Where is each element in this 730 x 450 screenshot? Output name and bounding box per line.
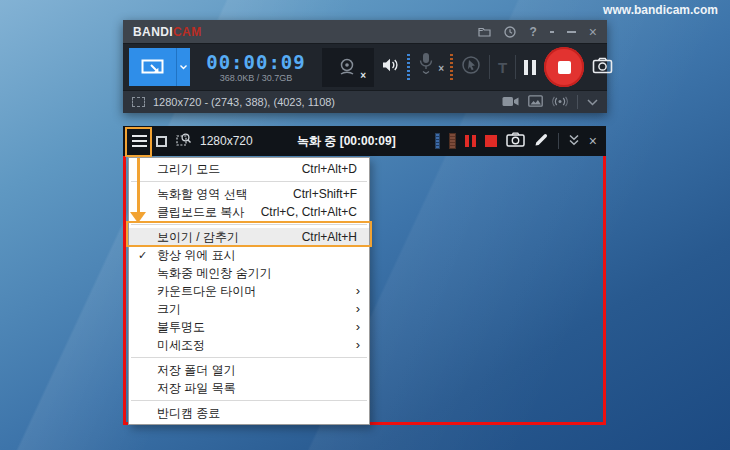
menu-separator (131, 357, 367, 358)
mic-off-mark: × (438, 64, 444, 74)
context-menu: 그리기 모드 Ctrl+Alt+D 녹화할 영역 선택 Ctrl+Shift+F… (128, 157, 370, 425)
recording-target-button[interactable] (129, 48, 190, 86)
speaker-meter-mini (435, 133, 440, 149)
text-overlay-tool[interactable]: T (498, 59, 507, 76)
recording-timer-block: 00:00:09 368.0KB / 30.7GB (198, 52, 314, 83)
select-area-zoom-icon[interactable] (176, 132, 191, 151)
capture-resolution: 1280x720 (200, 134, 253, 148)
logo-text-bandi: BANDI (133, 25, 173, 39)
stop-square-icon (558, 61, 571, 74)
file-size-disk-space: 368.0KB / 30.7GB (198, 73, 314, 83)
menu-item-hide-main-window[interactable]: 녹화중 메인창 숨기기 (129, 264, 369, 282)
bandicam-main-window: BANDICAM ? × 00:00:09 368.0KB / (123, 20, 607, 113)
submenu-arrow-icon: › (356, 301, 360, 317)
broadcast-icon[interactable] (552, 96, 568, 109)
annotation-arrow-line (137, 158, 140, 212)
region-rect-icon (132, 97, 145, 107)
menu-separator (131, 181, 367, 182)
recording-timer: 00:00:09 (198, 52, 314, 72)
highlight-box-show-hide (126, 221, 372, 247)
menu-item-copy-clipboard[interactable]: 클립보드로 복사 Ctrl+C, Ctrl+Alt+C (129, 203, 369, 221)
region-coordinates: 1280x720 - (2743, 388), (4023, 1108) (153, 96, 335, 108)
main-toolbar: 00:00:09 368.0KB / 30.7GB × × T (123, 43, 607, 90)
screenshot-button[interactable] (506, 132, 525, 151)
video-mode-icon[interactable] (502, 96, 519, 109)
shortcut: Ctrl+C, Ctrl+Alt+C (261, 203, 357, 221)
submenu-arrow-icon: › (356, 319, 360, 335)
schedule-clock-icon[interactable] (504, 26, 516, 38)
main-statusbar: 1280x720 - (2743, 388), (4023, 1108) (123, 90, 607, 113)
microphone-button[interactable]: × (418, 52, 442, 82)
menu-item-always-on-top[interactable]: ✓ 항상 위에 표시 (129, 246, 369, 264)
menu-separator (131, 400, 367, 401)
menu-item-size[interactable]: 크기 › (129, 300, 369, 318)
site-watermark: www.bandicam.com (603, 3, 718, 17)
image-mode-icon[interactable] (528, 95, 543, 109)
checkmark-icon: ✓ (138, 246, 147, 264)
shortcut: Ctrl+Alt+D (302, 160, 357, 178)
draw-pencil-button[interactable] (534, 132, 549, 151)
webcam-overlay-button[interactable]: × (322, 48, 374, 87)
menu-item-drawing-mode[interactable]: 그리기 모드 Ctrl+Alt+D (129, 160, 369, 178)
recording-control-bar: 1280x720 녹화 중 [00:00:09] × (123, 126, 606, 156)
fullscreen-rect-icon[interactable] (156, 136, 167, 147)
submenu-arrow-icon: › (356, 283, 360, 299)
menu-item-countdown-timer[interactable]: 카운트다운 타이머 › (129, 282, 369, 300)
open-folder-icon[interactable] (478, 26, 491, 37)
webcam-off-mark: × (360, 71, 366, 81)
collapse-button-icon[interactable] (550, 31, 554, 33)
screen-area-icon[interactable] (129, 48, 176, 86)
minimize-button-icon[interactable] (567, 31, 576, 33)
bandicam-logo: BANDICAM (133, 25, 202, 39)
collapse-bar-chevrons-icon[interactable] (568, 132, 580, 150)
submenu-arrow-icon: › (356, 337, 360, 353)
menu-item-open-save-folder[interactable]: 저장 폴더 열기 (129, 361, 369, 379)
menu-item-fine-adjust[interactable]: 미세조정 › (129, 336, 369, 354)
close-button[interactable]: × (589, 25, 597, 39)
stop-recording-button[interactable] (485, 135, 497, 147)
mouse-effects-icon[interactable] (461, 55, 481, 79)
titlebar: BANDICAM ? × (123, 20, 607, 43)
logo-text-cam: CAM (173, 25, 202, 39)
recording-target-dropdown[interactable] (176, 48, 190, 86)
close-bar-button[interactable]: × (589, 134, 597, 148)
menu-item-select-area[interactable]: 녹화할 영역 선택 Ctrl+Shift+F (129, 185, 369, 203)
screenshot-camera-icon[interactable] (592, 57, 613, 78)
speaker-icon[interactable] (382, 57, 399, 77)
menu-item-opacity[interactable]: 불투명도 › (129, 318, 369, 336)
shortcut: Ctrl+Shift+F (293, 185, 357, 203)
help-button[interactable]: ? (529, 26, 536, 38)
stop-record-button[interactable] (544, 47, 584, 87)
menu-item-exit-bandicam[interactable]: 반디캠 종료 (129, 404, 369, 422)
mic-meter-mini (449, 133, 456, 149)
speaker-level-meter (407, 54, 410, 80)
pause-button[interactable] (524, 60, 536, 75)
mic-level-meter (450, 54, 453, 80)
pause-recording-button[interactable] (465, 135, 476, 147)
highlight-box-hamburger (125, 127, 152, 157)
expand-panel-chevron-icon[interactable] (587, 96, 598, 108)
menu-item-saved-file-list[interactable]: 저장 파일 목록 (129, 379, 369, 397)
recording-status-text: 녹화 중 [00:00:09] (297, 133, 396, 150)
